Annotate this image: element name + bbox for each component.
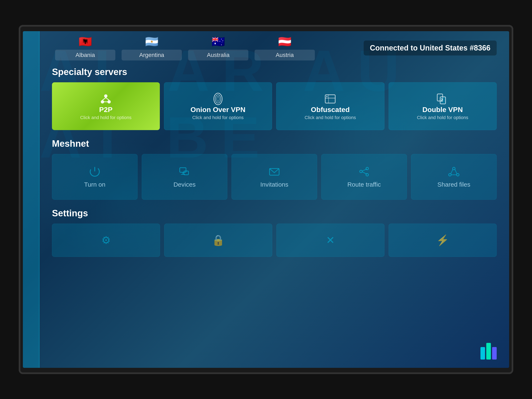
left-sidebar <box>23 31 39 368</box>
svg-line-32 <box>455 169 457 174</box>
svg-point-7 <box>215 95 221 103</box>
country-item-albania[interactable]: 🇦🇱 Albania <box>52 35 119 60</box>
screen: AL AR AU AT BE 🇦🇱 Albania 🇦🇷 Argentina 🇦… <box>23 31 509 368</box>
onion-icon <box>211 92 225 106</box>
p2p-icon <box>99 92 112 106</box>
country-item-australia[interactable]: 🇦🇺 Australia <box>185 35 252 60</box>
settings-card-1[interactable]: ⚙ <box>52 224 160 257</box>
devices-label: Devices <box>173 181 196 188</box>
argentina-flag: 🇦🇷 <box>145 35 158 48</box>
main-content: 🇦🇱 Albania 🇦🇷 Argentina 🇦🇺 Australia 🇦🇹 … <box>39 31 509 368</box>
meshnet-card-shared-files[interactable]: Shared files <box>411 154 497 200</box>
invitations-label: Invitations <box>260 181 288 188</box>
obfuscated-icon <box>323 92 337 106</box>
double-vpn-icon: 2 <box>436 92 449 106</box>
countries-row: 🇦🇱 Albania 🇦🇷 Argentina 🇦🇺 Australia 🇦🇹 … <box>52 35 497 60</box>
settings-heading: Settings <box>52 208 497 218</box>
svg-line-3 <box>102 98 106 100</box>
svg-line-4 <box>106 98 109 100</box>
austria-label: Austria <box>254 50 315 60</box>
specialty-heading: Specialty servers <box>52 67 497 77</box>
svg-point-8 <box>217 96 219 101</box>
devices-icon <box>178 166 190 178</box>
shared-files-label: Shared files <box>437 181 470 188</box>
meshnet-card-invitations[interactable]: Invitations <box>232 154 317 200</box>
logo-bar-1 <box>481 347 485 360</box>
p2p-title: P2P <box>99 106 112 114</box>
albania-label: Albania <box>55 50 115 60</box>
logo-bar-3 <box>492 347 497 360</box>
country-item-argentina[interactable]: 🇦🇷 Argentina <box>119 35 185 60</box>
nordvpn-logo <box>481 343 497 360</box>
settings-grid: ⚙ 🔒 ✕ ⚡ <box>52 224 497 257</box>
specialty-card-double-vpn[interactable]: 2 Double VPN Click and hold for options <box>389 82 497 130</box>
svg-point-23 <box>360 170 362 173</box>
specialty-card-p2p[interactable]: P2P Click and hold for options <box>52 82 160 130</box>
albania-flag: 🇦🇱 <box>79 35 92 48</box>
settings-icon-3: ✕ <box>326 234 335 246</box>
meshnet-card-devices[interactable]: Devices <box>142 154 227 200</box>
australia-flag: 🇦🇺 <box>212 35 225 48</box>
onion-subtitle: Click and hold for options <box>192 115 244 120</box>
route-traffic-icon <box>358 166 370 178</box>
route-traffic-label: Route traffic <box>347 181 381 188</box>
obfuscated-title: Obfuscated <box>311 106 350 114</box>
turn-on-label: Turn on <box>84 181 105 188</box>
specialty-grid: P2P Click and hold for options Onion Ove… <box>52 82 497 130</box>
specialty-card-onion[interactable]: Onion Over VPN Click and hold for option… <box>164 82 272 130</box>
svg-point-12 <box>326 96 328 97</box>
svg-line-31 <box>451 169 453 174</box>
p2p-subtitle: Click and hold for options <box>80 115 132 120</box>
specialty-card-obfuscated[interactable]: Obfuscated Click and hold for options <box>276 82 385 130</box>
logo-bar-2 <box>486 343 491 360</box>
svg-point-28 <box>453 167 455 170</box>
meshnet-card-route-traffic[interactable]: Route traffic <box>321 154 407 200</box>
argentina-label: Argentina <box>121 50 182 60</box>
onion-title: Onion Over VPN <box>190 106 246 114</box>
monitor-bezel: AL AR AU AT BE 🇦🇱 Albania 🇦🇷 Argentina 🇦… <box>19 25 513 374</box>
invitations-icon <box>268 166 280 178</box>
settings-card-3[interactable]: ✕ <box>276 224 385 257</box>
meshnet-card-turn-on[interactable]: Turn on <box>52 154 138 200</box>
double-vpn-title: Double VPN <box>422 106 463 114</box>
shared-files-icon <box>448 166 460 178</box>
settings-icon-2: 🔒 <box>212 234 225 246</box>
settings-card-2[interactable]: 🔒 <box>164 224 272 257</box>
austria-flag: 🇦🇹 <box>278 35 291 48</box>
meshnet-grid: Turn on Devices <box>52 154 497 200</box>
double-vpn-subtitle: Click and hold for options <box>417 115 468 120</box>
svg-text:2: 2 <box>441 98 443 102</box>
settings-card-4[interactable]: ⚡ <box>389 224 497 257</box>
australia-label: Australia <box>188 50 248 60</box>
svg-rect-18 <box>180 168 186 172</box>
power-icon <box>89 166 101 178</box>
country-item-austria[interactable]: 🇦🇹 Austria <box>252 35 318 60</box>
settings-icon-1: ⚙ <box>101 234 111 246</box>
obfuscated-subtitle: Click and hold for options <box>305 115 356 120</box>
connection-status-banner: Connected to United States #8366 <box>364 40 497 56</box>
svg-point-0 <box>104 94 108 98</box>
settings-icon-4: ⚡ <box>436 234 449 246</box>
meshnet-heading: Meshnet <box>52 138 497 149</box>
